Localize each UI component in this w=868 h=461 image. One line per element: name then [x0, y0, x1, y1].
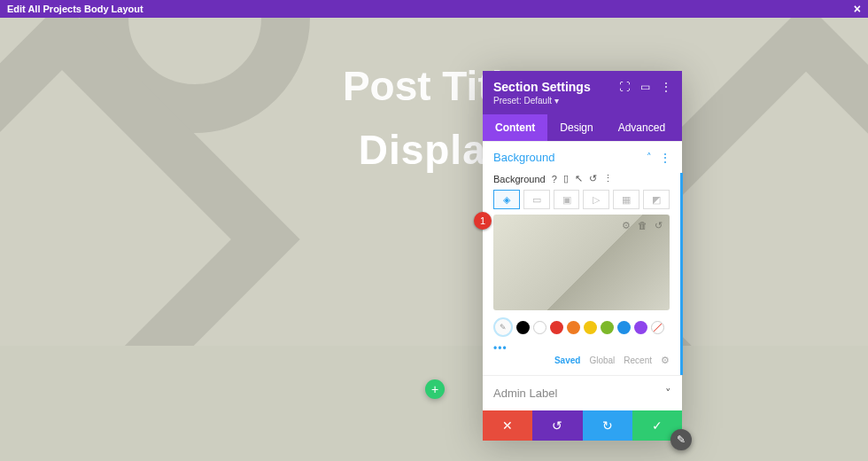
- preview-reset-icon[interactable]: ↺: [655, 220, 663, 231]
- expand-icon[interactable]: ⛶: [619, 81, 630, 93]
- section-menu-icon[interactable]: ⋮: [659, 152, 671, 164]
- background-label-row: Background ? ▯ ↖ ↺ ⋮: [493, 173, 670, 184]
- tab-content[interactable]: Content: [483, 114, 547, 141]
- preview-delete-icon[interactable]: 🗑: [638, 220, 647, 231]
- background-label: Background: [493, 174, 546, 184]
- redo-button[interactable]: ↻: [583, 410, 632, 441]
- more-swatches-icon[interactable]: •••: [493, 342, 670, 355]
- background-heading-label: Background: [493, 151, 554, 164]
- swatch-empty[interactable]: [533, 321, 546, 334]
- panel-title: Section Settings: [493, 80, 591, 94]
- help-icon[interactable]: ?: [552, 174, 557, 184]
- hero-line1: Post Title: [0, 62, 868, 110]
- swatch-black[interactable]: [516, 321, 530, 334]
- chevron-up-icon: ˄: [647, 152, 652, 163]
- reset-icon[interactable]: ↺: [589, 173, 597, 184]
- drag-icon[interactable]: ▭: [640, 81, 650, 93]
- panel-actions: ✕ ↺ ↻ ✓: [483, 410, 682, 441]
- hero-line2: Display: [0, 126, 868, 174]
- palette-tab-global[interactable]: Global: [589, 356, 615, 365]
- bg-type-color[interactable]: ◈: [493, 190, 520, 209]
- top-bar-title: Edit All Projects Body Layout: [7, 4, 143, 14]
- close-icon[interactable]: ×: [854, 2, 861, 16]
- palette-settings-icon[interactable]: ⚙: [661, 355, 670, 366]
- hero-section: Post Title Display: [0, 18, 868, 372]
- background-heading[interactable]: Background ˄ ⋮: [483, 142, 682, 173]
- tab-advanced[interactable]: Advanced: [606, 114, 678, 141]
- palette-tab-saved[interactable]: Saved: [554, 356, 580, 365]
- preset-selector[interactable]: Preset: Default ▾: [493, 96, 671, 114]
- panel-header: Section Settings ⛶ ▭ ⋮ Preset: Default ▾: [483, 71, 682, 114]
- admin-label-section[interactable]: Admin Label ˅: [483, 375, 682, 410]
- step-badge: 1: [474, 212, 492, 230]
- swatch-yellow[interactable]: [584, 321, 597, 334]
- background-type-tabs: ◈ ▭ ▣ ▷ ▦ ◩: [493, 190, 670, 209]
- background-section: Background ˄ ⋮ Background ? ▯ ↖ ↺ ⋮ ◈ ▭ …: [483, 141, 682, 375]
- panel-tabs: Content Design Advanced: [483, 114, 682, 141]
- palette-tab-recent[interactable]: Recent: [624, 356, 652, 365]
- canvas-footer: [0, 346, 868, 461]
- preview-settings-icon[interactable]: ⚙: [622, 220, 631, 231]
- color-swatches: [493, 317, 670, 337]
- more-icon[interactable]: ⋮: [603, 173, 613, 184]
- swatch-blue[interactable]: [617, 321, 631, 334]
- top-bar: Edit All Projects Body Layout ×: [0, 0, 868, 18]
- phone-icon[interactable]: ▯: [563, 173, 569, 184]
- discard-button[interactable]: ✕: [483, 410, 532, 441]
- edit-fab[interactable]: ✎: [670, 429, 692, 450]
- chevron-down-icon: ˅: [665, 387, 671, 400]
- panel-menu-icon[interactable]: ⋮: [661, 81, 671, 93]
- bg-type-image[interactable]: ▣: [554, 190, 580, 209]
- swatch-purple[interactable]: [634, 321, 647, 334]
- undo-button[interactable]: ↺: [532, 410, 582, 441]
- bg-type-video[interactable]: ▷: [583, 190, 609, 209]
- bg-type-gradient[interactable]: ▭: [523, 190, 550, 209]
- admin-label-text: Admin Label: [493, 387, 557, 400]
- swatch-clear[interactable]: [651, 321, 664, 334]
- canvas: Post Title Display +: [0, 18, 868, 461]
- swatch-green[interactable]: [601, 321, 614, 334]
- bg-type-mask[interactable]: ◩: [643, 190, 670, 209]
- background-preview[interactable]: ⚙ 🗑 ↺: [493, 215, 670, 310]
- add-section-button[interactable]: +: [425, 379, 445, 399]
- bg-type-pattern[interactable]: ▦: [613, 190, 639, 209]
- palette-tabs: Saved Global Recent ⚙: [493, 355, 670, 366]
- hero-text: Post Title Display: [0, 62, 868, 174]
- settings-panel: 1 Section Settings ⛶ ▭ ⋮ Preset: Default…: [483, 71, 682, 441]
- swatch-orange[interactable]: [567, 321, 580, 334]
- swatch-red[interactable]: [550, 321, 563, 334]
- background-body: Background ? ▯ ↖ ↺ ⋮ ◈ ▭ ▣ ▷ ▦ ◩ ⚙ 🗑 ↺: [483, 173, 683, 375]
- hover-icon[interactable]: ↖: [575, 173, 583, 184]
- color-picker-button[interactable]: [493, 317, 513, 337]
- tab-design[interactable]: Design: [547, 114, 605, 141]
